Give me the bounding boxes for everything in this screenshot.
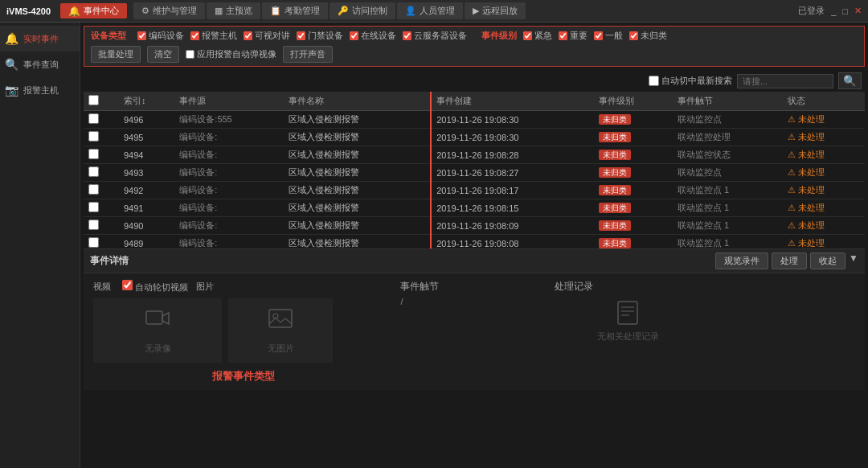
auto-search-label: 自动切中最新搜索 bbox=[661, 75, 732, 87]
active-center-tab[interactable]: 🔔 事件中心 bbox=[60, 3, 127, 18]
col-status: 状态 bbox=[783, 92, 865, 111]
row-level: 未归类 bbox=[594, 199, 673, 217]
row-checkbox[interactable] bbox=[84, 217, 119, 235]
table-header: 索引↕ 事件源 事件名称 事件创建 事件级别 事件触节 状态 bbox=[84, 92, 865, 111]
filter-unread[interactable]: 未归类 bbox=[629, 30, 667, 42]
auto-switch-label: 自动轮切视频 bbox=[135, 282, 188, 292]
node-col-label: 事件触节 bbox=[400, 280, 547, 294]
row-checkbox[interactable] bbox=[84, 129, 119, 146]
center-label: 事件中心 bbox=[84, 5, 119, 17]
row-node: 联动监控点 bbox=[673, 164, 783, 182]
tab-monitoring[interactable]: ▦ 主预览 bbox=[207, 2, 260, 19]
row-node: 联动监控点 1 bbox=[673, 199, 783, 217]
row-status: ⚠ 未处理 bbox=[783, 129, 865, 146]
row-status: ⚠ 未处理 bbox=[783, 217, 865, 235]
sound-btn[interactable]: 打开声音 bbox=[283, 46, 333, 63]
event-table-wrapper[interactable]: 索引↕ 事件源 事件名称 事件创建 事件级别 事件触节 状态 9496 编码设备… bbox=[84, 92, 865, 248]
filter-storage[interactable]: 云服务器设备 bbox=[403, 30, 467, 42]
tab-personnel[interactable]: 👤 人员管理 bbox=[397, 2, 463, 19]
row-time: 2019-11-26 19:08:08 bbox=[431, 235, 593, 249]
filter-alarm[interactable]: 报警主机 bbox=[190, 30, 237, 42]
row-source: 编码设备: bbox=[174, 199, 284, 217]
row-checkbox[interactable] bbox=[84, 111, 119, 129]
row-status: ⚠ 未处理 bbox=[783, 111, 865, 129]
tab-remote[interactable]: ▶ 远程回放 bbox=[465, 2, 526, 19]
row-node: 联动监控点 1 bbox=[673, 235, 783, 249]
row-checkbox[interactable] bbox=[84, 164, 119, 182]
row-source: 编码设备: bbox=[174, 129, 284, 146]
detail-node-col: 事件触节 / bbox=[397, 277, 551, 387]
row-node: 联动监控状态 bbox=[673, 146, 783, 164]
col-node: 事件触节 bbox=[673, 92, 783, 111]
row-name: 区域入侵检测报警 bbox=[284, 129, 431, 146]
col-level: 事件级别 bbox=[594, 92, 673, 111]
table-row[interactable]: 9491 编码设备: 区域入侵检测报警 2019-11-26 19:08:15 … bbox=[84, 199, 865, 217]
table-row[interactable]: 9494 编码设备: 区域入侵检测报警 2019-11-26 19:08:28 … bbox=[84, 146, 865, 164]
process-btn[interactable]: 处理 bbox=[772, 252, 807, 269]
row-node: 联动监控处理 bbox=[673, 129, 783, 146]
row-checkbox[interactable] bbox=[84, 235, 119, 249]
table-row[interactable]: 9489 编码设备: 区域入侵检测报警 2019-11-26 19:08:08 … bbox=[84, 235, 865, 249]
collapse-icon[interactable]: ▼ bbox=[849, 252, 858, 269]
warn-triangle-icon: ⚠ bbox=[788, 167, 796, 178]
row-index: 9495 bbox=[119, 129, 174, 146]
table-row[interactable]: 9490 编码设备: 区域入侵检测报警 2019-11-26 19:08:09 … bbox=[84, 217, 865, 235]
tab-attendance[interactable]: 📋 考勤管理 bbox=[262, 2, 328, 19]
filter-major[interactable]: 重要 bbox=[559, 30, 588, 42]
filter-online[interactable]: 在线设备 bbox=[350, 30, 396, 42]
row-level: 未归类 bbox=[594, 146, 673, 164]
detail-title: 事件详情 bbox=[90, 254, 129, 268]
view-btn[interactable]: 观览录件 bbox=[715, 252, 768, 269]
table-row[interactable]: 9492 编码设备: 区域入侵检测报警 2019-11-26 19:08:17 … bbox=[84, 182, 865, 199]
svg-marker-1 bbox=[162, 313, 169, 324]
collapse-btn[interactable]: 收起 bbox=[810, 252, 845, 269]
sidebar-label-query: 事件查询 bbox=[23, 59, 59, 71]
table-row[interactable]: 9496 编码设备:555 区域入侵检测报警 2019-11-26 19:08:… bbox=[84, 111, 865, 129]
auto-popup-check[interactable]: 应用报警自动弹视像 bbox=[186, 48, 276, 60]
row-checkbox[interactable] bbox=[84, 199, 119, 217]
row-checkbox[interactable] bbox=[84, 146, 119, 164]
table-row[interactable]: 9493 编码设备: 区域入侵检测报警 2019-11-26 19:08:27 … bbox=[84, 164, 865, 182]
filter-encode[interactable]: 编码设备 bbox=[137, 30, 184, 42]
col-checkbox bbox=[84, 92, 119, 111]
search-button[interactable]: 🔍 bbox=[838, 72, 862, 89]
table-row[interactable]: 9495 编码设备: 区域入侵检测报警 2019-11-26 19:08:30 … bbox=[84, 129, 865, 146]
row-name: 区域入侵检测报警 bbox=[284, 146, 431, 164]
search-input[interactable] bbox=[737, 74, 833, 88]
col-index[interactable]: 索引↕ bbox=[119, 92, 174, 111]
content-area: 设备类型 编码设备 报警主机 可视对讲 门禁设备 在线设备 云服务器设备 事件级… bbox=[80, 23, 868, 468]
auto-search-check[interactable]: 自动切中最新搜索 bbox=[649, 75, 732, 87]
no-video-text: 无录像 bbox=[145, 343, 171, 355]
close-btn[interactable]: ✕ bbox=[854, 6, 862, 16]
row-checkbox[interactable] bbox=[84, 182, 119, 199]
maximize-btn[interactable]: □ bbox=[842, 6, 848, 16]
warn-triangle-icon: ⚠ bbox=[788, 150, 796, 160]
tab-maintenance[interactable]: ⚙ 维护与管理 bbox=[133, 2, 205, 19]
clear-btn[interactable]: 清空 bbox=[147, 46, 179, 63]
alarm-icon: 📷 bbox=[5, 84, 18, 96]
row-status: ⚠ 未处理 bbox=[783, 199, 865, 217]
app-logo: iVMS-4200 bbox=[6, 6, 51, 16]
sidebar-item-realtime[interactable]: 🔔 实时事件 bbox=[0, 26, 80, 51]
filter-normal[interactable]: 一般 bbox=[594, 30, 623, 42]
row-node: 联动监控点 1 bbox=[673, 217, 783, 235]
batch-process-btn[interactable]: 批量处理 bbox=[91, 46, 141, 63]
image-placeholder-icon bbox=[268, 306, 293, 338]
filter-door[interactable]: 可视对讲 bbox=[244, 30, 290, 42]
device-type-label: 设备类型 bbox=[91, 30, 131, 42]
tab-access[interactable]: 🔑 访问控制 bbox=[330, 2, 395, 19]
svg-rect-4 bbox=[618, 302, 637, 324]
filter-row-1: 设备类型 编码设备 报警主机 可视对讲 门禁设备 在线设备 云服务器设备 事件级… bbox=[91, 30, 858, 42]
sidebar-item-alarm[interactable]: 📷 报警主机 bbox=[0, 77, 80, 103]
row-level: 未归类 bbox=[594, 111, 673, 129]
auto-switch-check[interactable] bbox=[122, 280, 133, 290]
row-node: 联动监控点 bbox=[673, 111, 783, 129]
no-process-placeholder: 无相关处理记录 bbox=[555, 297, 702, 345]
row-source: 编码设备: bbox=[174, 164, 284, 182]
filter-emergency[interactable]: 紧急 bbox=[523, 30, 552, 42]
minimize-btn[interactable]: _ bbox=[831, 6, 836, 16]
filter-bar: 设备类型 编码设备 报警主机 可视对讲 门禁设备 在线设备 云服务器设备 事件级… bbox=[84, 26, 865, 67]
filter-access2[interactable]: 门禁设备 bbox=[297, 30, 343, 42]
sidebar-item-query[interactable]: 🔍 事件查询 bbox=[0, 51, 80, 77]
no-video-placeholder: 无录像 bbox=[93, 298, 222, 363]
